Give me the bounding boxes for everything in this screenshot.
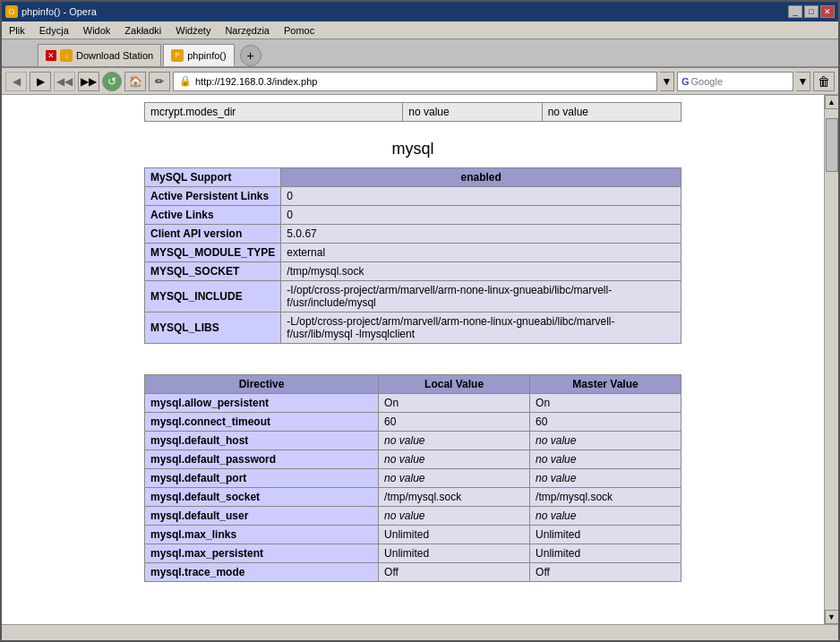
title-bar: O phpinfo() - Opera _ □ ✕: [2, 2, 838, 21]
mysql-info-table: MySQL SupportenabledActive Persistent Li…: [144, 167, 681, 344]
scrollbar-track: [825, 109, 838, 610]
tab-close-download-station[interactable]: ✕: [46, 50, 56, 61]
menu-view[interactable]: Widok: [80, 24, 115, 37]
master-value-cell: no value: [530, 469, 681, 488]
back-fast-button[interactable]: ◀◀: [54, 72, 75, 91]
address-dropdown-button[interactable]: ▼: [660, 72, 674, 91]
directive-cell: mysql.default_port: [145, 469, 379, 488]
cell-val: -L/opt/cross-project/arm/marvell/arm-non…: [281, 312, 681, 344]
tab-icon-phpinfo: P: [171, 49, 184, 62]
local-value-cell: Off: [379, 563, 530, 582]
master-value-cell: /tmp/mysql.sock: [530, 488, 681, 507]
tab-icon-download-station: ↓: [60, 49, 73, 62]
table-row: Active Persistent Links0: [145, 187, 681, 206]
table-row: Client API version5.0.67: [145, 225, 681, 244]
tab-download-station[interactable]: ✕ ↓ Download Station: [38, 44, 161, 66]
new-tab-button[interactable]: +: [240, 45, 261, 66]
maximize-button[interactable]: □: [804, 5, 819, 18]
cell-key: MYSQL_INCLUDE: [145, 281, 281, 312]
cell-key: MYSQL_LIBS: [145, 312, 281, 344]
title-bar-left: O phpinfo() - Opera: [5, 5, 97, 18]
directive-cell: mysql.default_user: [145, 507, 379, 526]
local-value-cell: /tmp/mysql.sock: [379, 488, 530, 507]
search-dropdown-button[interactable]: ▼: [796, 72, 810, 91]
cell-val: /tmp/mysql.sock: [281, 262, 681, 281]
tab-label-phpinfo: phpinfo(): [187, 50, 226, 61]
local-value-cell: Unlimited: [379, 526, 530, 544]
table-row: MYSQL_MODULE_TYPEexternal: [145, 244, 681, 262]
table-row: MySQL Supportenabled: [145, 168, 681, 187]
local-value-cell: On: [379, 394, 530, 413]
table-row: mysql.default_userno valueno value: [145, 507, 681, 526]
master-value-cell: On: [530, 394, 681, 413]
table-row: mysql.default_socket/tmp/mysql.sock/tmp/…: [145, 488, 681, 507]
cell-key: Active Links: [145, 206, 281, 225]
edit-button[interactable]: ✏: [149, 72, 170, 91]
local-value-cell: no value: [379, 469, 530, 488]
cell-val: 0: [281, 206, 681, 225]
search-input[interactable]: [691, 76, 789, 87]
close-button[interactable]: ✕: [820, 5, 835, 18]
scrollbar: ▲ ▼: [824, 95, 838, 624]
mysql-section-title: mysql: [20, 140, 806, 158]
table-row: mysql.default_hostno valueno value: [145, 432, 681, 450]
local-value-cell: no value: [379, 450, 530, 469]
directive-cell: mysql.trace_mode: [145, 563, 379, 582]
address-input[interactable]: [195, 76, 651, 87]
menu-edit[interactable]: Edycja: [36, 24, 73, 37]
menu-widgets[interactable]: Widżety: [172, 24, 214, 37]
minimize-button[interactable]: _: [788, 5, 802, 18]
table-row: mysql.max_persistentUnlimitedUnlimited: [145, 544, 681, 563]
mcrypt-table: mcrypt.modes_dir no value no value: [144, 102, 681, 122]
menu-tools[interactable]: Narzędzia: [221, 24, 273, 37]
menu-bookmarks[interactable]: Zakładki: [121, 24, 165, 37]
scrollbar-thumb[interactable]: [826, 118, 838, 172]
forward-fast-button[interactable]: ▶▶: [78, 72, 99, 91]
master-value-cell: no value: [530, 432, 681, 450]
master-value-cell: Unlimited: [530, 526, 681, 544]
back-button[interactable]: ◀: [5, 72, 27, 91]
home-button[interactable]: 🏠: [124, 72, 146, 91]
table-row: mysql.default_passwordno valueno value: [145, 450, 681, 469]
nav-bar: ◀ ▶ ◀◀ ▶▶ ↺ 🏠 ✏ 🔒 ▼ G ▼ 🗑: [2, 68, 838, 95]
local-value-cell: Unlimited: [379, 544, 530, 563]
browser-window: O phpinfo() - Opera _ □ ✕ Plik Edycja Wi…: [0, 0, 840, 642]
scroll-up-button[interactable]: ▲: [825, 95, 839, 109]
master-value-cell: no value: [530, 450, 681, 469]
directive-cell: mysql.default_socket: [145, 488, 379, 507]
table-row: mysql.connect_timeout6060: [145, 413, 681, 432]
directive-cell: mysql.allow_persistent: [145, 394, 379, 413]
menu-file[interactable]: Plik: [5, 24, 29, 37]
cell-key: MySQL Support: [145, 168, 281, 187]
mcrypt-local: no value: [403, 103, 542, 122]
scroll-down-button[interactable]: ▼: [825, 610, 839, 624]
column-header: Master Value: [530, 375, 681, 394]
menu-help[interactable]: Pomoc: [280, 24, 318, 37]
reload-button[interactable]: ↺: [102, 72, 122, 91]
title-bar-controls: _ □ ✕: [788, 5, 835, 18]
content-area: mcrypt.modes_dir no value no value mysql…: [2, 95, 838, 624]
master-value-cell: no value: [530, 507, 681, 526]
cell-val: enabled: [281, 168, 681, 187]
master-value-cell: Off: [530, 563, 681, 582]
lock-icon: 🔒: [179, 75, 192, 87]
local-value-cell: no value: [379, 507, 530, 526]
page-content: mcrypt.modes_dir no value no value mysql…: [2, 95, 824, 624]
directive-cell: mysql.default_host: [145, 432, 379, 450]
table-row: MYSQL_LIBS-L/opt/cross-project/arm/marve…: [145, 312, 681, 344]
search-bar[interactable]: G: [677, 72, 793, 91]
cell-val: 5.0.67: [281, 225, 681, 244]
window-title: phpinfo() - Opera: [21, 6, 97, 17]
forward-button[interactable]: ▶: [30, 72, 51, 91]
master-value-cell: 60: [530, 413, 681, 432]
local-value-cell: no value: [379, 432, 530, 450]
tab-label-download-station: Download Station: [76, 50, 153, 61]
tab-phpinfo[interactable]: P phpinfo(): [163, 44, 234, 66]
table-header-row: DirectiveLocal ValueMaster Value: [145, 375, 681, 394]
table-row: mysql.default_portno valueno value: [145, 469, 681, 488]
address-bar[interactable]: 🔒: [173, 72, 657, 91]
table-row: MYSQL_SOCKET/tmp/mysql.sock: [145, 262, 681, 281]
trash-button[interactable]: 🗑: [813, 72, 835, 91]
mcrypt-master: no value: [542, 103, 681, 122]
table-row: mysql.allow_persistentOnOn: [145, 394, 681, 413]
